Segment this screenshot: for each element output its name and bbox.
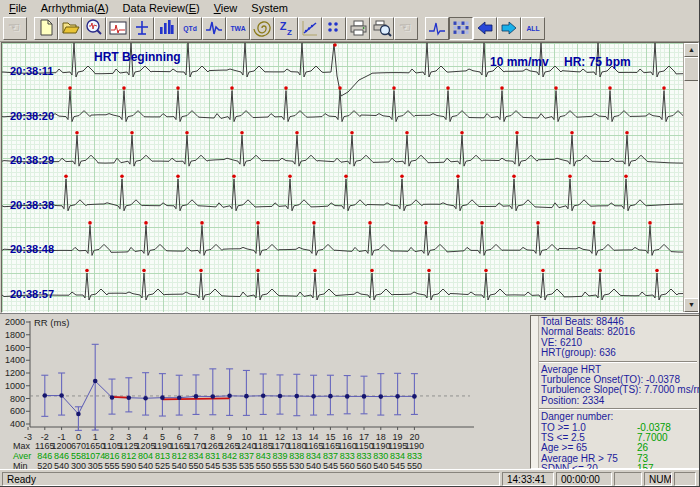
y-tick-label: 400	[10, 419, 25, 429]
table-cell: 804	[138, 451, 153, 461]
zoom-review-button[interactable]	[82, 17, 106, 40]
table-cell: 535	[239, 461, 254, 470]
table-cell: 545	[323, 461, 338, 470]
scrollbar-thumb[interactable]	[684, 57, 699, 81]
r-peak-marker	[176, 175, 180, 179]
toolbar-separator	[27, 17, 34, 39]
r-peak-marker	[185, 131, 189, 135]
r-peak-marker	[68, 86, 72, 90]
hrt-mode-label: HRT Beginning	[94, 50, 181, 64]
ecg-strip-icon	[132, 18, 152, 38]
st-analysis-button[interactable]	[202, 17, 226, 40]
y-tick-label: 800	[10, 394, 25, 404]
print-preview-button[interactable]	[370, 17, 394, 40]
single-beat-view-button[interactable]	[425, 17, 449, 40]
status-bar: Ready14:33:4100:00:00NUM	[0, 469, 700, 487]
ecg-view-button[interactable]	[106, 17, 130, 40]
rr-data-point	[110, 395, 115, 400]
r-peak-marker	[460, 131, 464, 135]
template-review-button[interactable]	[130, 17, 154, 40]
ecg-trace	[2, 179, 684, 211]
open-file-button[interactable]	[58, 17, 82, 40]
menu-view[interactable]: View	[207, 1, 245, 15]
r-peak-marker	[625, 131, 629, 135]
error-bar	[92, 344, 99, 430]
table-cell: 834	[306, 451, 321, 461]
scatter-plot-button[interactable]	[322, 17, 346, 40]
table-cell: 816	[104, 451, 119, 461]
qtd-analysis-button[interactable]: QTd	[178, 17, 202, 40]
table-cell: 834	[390, 451, 405, 461]
beat-icon	[427, 18, 447, 38]
table-row-label: Max	[13, 441, 31, 451]
table-cell: 555	[272, 461, 287, 470]
r-peak-marker	[541, 269, 545, 273]
rr-data-point	[177, 395, 182, 400]
r-peak-marker	[370, 269, 374, 273]
table-cell: 1190	[405, 441, 424, 451]
rr-data-point	[211, 394, 216, 399]
svg-text:QTd: QTd	[183, 25, 197, 33]
table-cell: 555	[104, 461, 119, 470]
show-all-button[interactable]: ALL	[521, 17, 545, 40]
ecg-strip-area[interactable]: 20:38:1120:38:2020:38:2920:38:3820:38:48…	[1, 42, 699, 313]
r-peak-marker	[554, 86, 558, 90]
page-forward-button[interactable]	[497, 17, 521, 40]
menu-system[interactable]: System	[244, 1, 295, 15]
ecg-scrollbar[interactable]: ▲ ▼	[683, 43, 698, 312]
y-tick-label: 1200	[5, 368, 25, 378]
menu-data-review-e[interactable]: Data Review(E)	[116, 1, 207, 15]
scroll-down-icon[interactable]: ▼	[684, 298, 699, 312]
table-cell: 846	[54, 451, 69, 461]
row-timestamp: 20:38:48	[10, 243, 54, 255]
rr-data-point	[244, 394, 249, 399]
r-peak-marker	[295, 131, 299, 135]
r-peak-marker	[232, 175, 236, 179]
r-peak-marker	[662, 86, 666, 90]
twa-analysis-button[interactable]: TWA	[226, 17, 250, 40]
slope-plot-button[interactable]	[298, 17, 322, 40]
arrow-left-icon	[475, 18, 495, 38]
rr-data-point	[59, 393, 64, 398]
y-tick-label: 1400	[5, 355, 25, 365]
zoom-ecg-icon	[84, 18, 104, 38]
app-window: FileArrhythmia(A)Data Review(E)ViewSyste…	[0, 0, 700, 487]
table-cell: 540	[138, 461, 153, 470]
select-hand-button[interactable]: ☜☜	[3, 17, 27, 40]
rr-data-point	[362, 394, 367, 399]
status-num-lock: NUM	[644, 472, 672, 486]
histogram-button[interactable]	[154, 17, 178, 40]
table-cell: 833	[407, 451, 422, 461]
menu-file[interactable]: File	[2, 1, 34, 15]
rr-data-point	[43, 393, 48, 398]
rr-data-point	[311, 394, 316, 399]
page-back-button[interactable]	[473, 17, 497, 40]
rr-data-point	[412, 394, 417, 399]
r-peak-marker	[199, 269, 203, 273]
status-clock: 14:33:41	[502, 472, 554, 486]
table-cell: 1074	[85, 451, 105, 461]
r-peak-marker	[405, 131, 409, 135]
new-file-button[interactable]	[34, 17, 58, 40]
r-peak-marker	[176, 86, 180, 90]
edit-hand-button[interactable]: ☜☜	[394, 17, 418, 40]
r-peak-marker	[392, 86, 396, 90]
r-peak-marker	[130, 131, 134, 135]
sleep-analysis-button[interactable]: ZZ	[274, 17, 298, 40]
poincare-plot-button[interactable]	[250, 17, 274, 40]
stats-scrollbar[interactable]	[531, 316, 539, 468]
menu-arrhythmia-a[interactable]: Arrhythmia(A)	[34, 1, 116, 15]
beat-grid-view-button[interactable]	[449, 17, 473, 40]
stat-line: Position: 2334	[541, 396, 697, 406]
r-peak-marker	[313, 269, 317, 273]
table-cell: 837	[323, 451, 338, 461]
r-peak-marker	[608, 86, 612, 90]
scroll-up-icon[interactable]: ▲	[684, 43, 699, 57]
arrow-right-icon	[499, 18, 519, 38]
table-cell: 670	[71, 441, 86, 451]
error-bar	[411, 374, 418, 415]
row-timestamp: 20:38:38	[10, 199, 54, 211]
r-peak-marker	[288, 175, 292, 179]
table-cell: 839	[272, 451, 287, 461]
print-button[interactable]	[346, 17, 370, 40]
